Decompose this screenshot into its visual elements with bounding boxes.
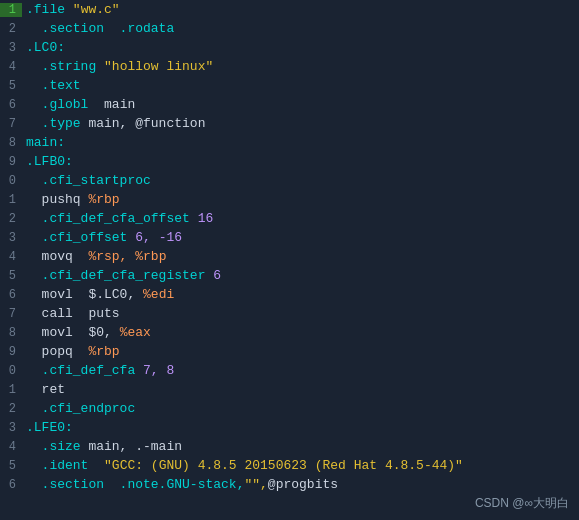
line-content: movq %rsp, %rbp (22, 249, 579, 264)
table-row: 4 .size main, .-main (0, 437, 579, 456)
line-content: popq %rbp (22, 344, 579, 359)
line-content: .globl main (22, 97, 579, 112)
line-content: .cfi_def_cfa 7, 8 (22, 363, 579, 378)
line-number: 9 (0, 345, 22, 359)
code-editor: 1.file "ww.c"2 .section .rodata3.LC0:4 .… (0, 0, 579, 520)
line-number: 5 (0, 269, 22, 283)
table-row: 1 ret (0, 380, 579, 399)
line-content: .section .rodata (22, 21, 579, 36)
table-row: 3 .cfi_offset 6, -16 (0, 228, 579, 247)
table-row: 2 .cfi_endproc (0, 399, 579, 418)
line-number: 6 (0, 478, 22, 492)
line-number: 2 (0, 402, 22, 416)
table-row: 0 .cfi_startproc (0, 171, 579, 190)
line-number: 6 (0, 288, 22, 302)
table-row: 6 .globl main (0, 95, 579, 114)
table-row: 5 .ident "GCC: (GNU) 4.8.5 20150623 (Red… (0, 456, 579, 475)
table-row: 3.LC0: (0, 38, 579, 57)
line-number: 1 (0, 193, 22, 207)
table-row: 1 pushq %rbp (0, 190, 579, 209)
line-number: 8 (0, 136, 22, 150)
line-content: pushq %rbp (22, 192, 579, 207)
line-content: ret (22, 382, 579, 397)
table-row: 8 movl $0, %eax (0, 323, 579, 342)
line-number: 6 (0, 98, 22, 112)
line-content: .cfi_startproc (22, 173, 579, 188)
line-number: 7 (0, 307, 22, 321)
table-row: 7 .type main, @function (0, 114, 579, 133)
table-row: 9 popq %rbp (0, 342, 579, 361)
line-content: .string "hollow linux" (22, 59, 579, 74)
line-content: main: (22, 135, 579, 150)
line-number: 3 (0, 41, 22, 55)
table-row: 2 .cfi_def_cfa_offset 16 (0, 209, 579, 228)
line-number: 1 (0, 3, 22, 17)
table-row: 8main: (0, 133, 579, 152)
line-number: 9 (0, 155, 22, 169)
watermark: CSDN @∞大明白 (475, 495, 569, 512)
line-number: 5 (0, 459, 22, 473)
table-row: 1.file "ww.c" (0, 0, 579, 19)
line-number: 4 (0, 440, 22, 454)
line-number: 4 (0, 60, 22, 74)
line-content: movl $.LC0, %edi (22, 287, 579, 302)
table-row: 6 movl $.LC0, %edi (0, 285, 579, 304)
line-number: 3 (0, 231, 22, 245)
table-row: 7 call puts (0, 304, 579, 323)
table-row: 4 .string "hollow linux" (0, 57, 579, 76)
line-content: .section .note.GNU-stack,"",@progbits (22, 477, 579, 492)
line-content: .ident "GCC: (GNU) 4.8.5 20150623 (Red H… (22, 458, 579, 473)
line-content: .type main, @function (22, 116, 579, 131)
line-content: movl $0, %eax (22, 325, 579, 340)
line-content: .LC0: (22, 40, 579, 55)
line-number: 8 (0, 326, 22, 340)
line-content: .LFB0: (22, 154, 579, 169)
line-number: 1 (0, 383, 22, 397)
table-row: 2 .section .rodata (0, 19, 579, 38)
line-number: 2 (0, 212, 22, 226)
table-row: 5 .text (0, 76, 579, 95)
line-content: .LFE0: (22, 420, 579, 435)
line-number: 0 (0, 174, 22, 188)
line-number: 3 (0, 421, 22, 435)
line-content: call puts (22, 306, 579, 321)
line-number: 5 (0, 79, 22, 93)
line-content: .file "ww.c" (22, 2, 579, 17)
table-row: 3.LFE0: (0, 418, 579, 437)
line-number: 2 (0, 22, 22, 36)
line-number: 7 (0, 117, 22, 131)
line-content: .cfi_def_cfa_register 6 (22, 268, 579, 283)
line-content: .cfi_offset 6, -16 (22, 230, 579, 245)
table-row: 5 .cfi_def_cfa_register 6 (0, 266, 579, 285)
line-number: 4 (0, 250, 22, 264)
table-row: 0 .cfi_def_cfa 7, 8 (0, 361, 579, 380)
line-content: .cfi_def_cfa_offset 16 (22, 211, 579, 226)
line-number: 0 (0, 364, 22, 378)
line-content: .text (22, 78, 579, 93)
table-row: 9.LFB0: (0, 152, 579, 171)
line-content: .cfi_endproc (22, 401, 579, 416)
table-row: 6 .section .note.GNU-stack,"",@progbits (0, 475, 579, 494)
table-row: 4 movq %rsp, %rbp (0, 247, 579, 266)
line-content: .size main, .-main (22, 439, 579, 454)
